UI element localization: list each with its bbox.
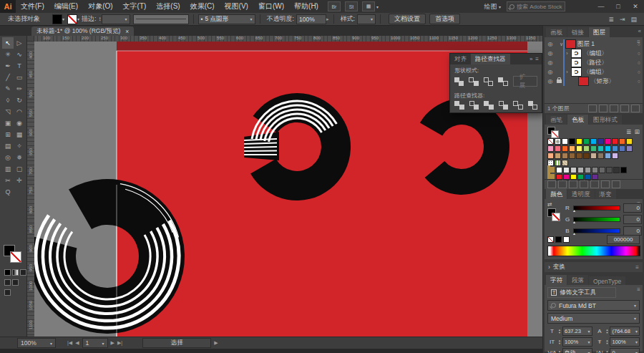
flip-fill-stroke-icon[interactable]: ⇄ — [547, 201, 552, 208]
kerning-stepper[interactable]: ▲▼ — [558, 350, 561, 353]
slider-value-input[interactable]: 0 — [623, 203, 642, 213]
brush-definition-select[interactable]: •5 点圆形 ▾ — [198, 14, 255, 24]
menu-视图[interactable]: 视图(V) — [220, 1, 253, 11]
swatch[interactable] — [556, 167, 562, 173]
visibility-eye-icon[interactable]: ◎ — [546, 50, 555, 57]
color-spectrum-bar[interactable] — [547, 246, 640, 256]
width-tool[interactable]: ◠ — [14, 106, 25, 117]
delete-swatch-icon[interactable] — [612, 180, 620, 188]
rotate-tool[interactable]: ↻ — [14, 95, 25, 106]
mesh-tool[interactable]: ▦ — [14, 129, 25, 140]
column-graph-tool[interactable]: ▥ — [2, 163, 14, 175]
close-button[interactable]: ✕ — [627, 0, 644, 13]
divide-icon[interactable] — [454, 101, 464, 110]
tab-pathfinder[interactable]: 路径查找器 — [471, 54, 510, 64]
black-swatch[interactable] — [555, 236, 562, 243]
artboard-navigation-select[interactable]: 1▾ — [82, 338, 108, 348]
touch-type-tool-button[interactable]: T 修饰文字工具 — [547, 287, 616, 298]
new-sublayer-icon[interactable] — [610, 105, 618, 112]
leading-input[interactable]: (764.68▾ — [610, 327, 640, 336]
swatch[interactable] — [605, 145, 611, 152]
panel-menu-icon[interactable]: ≡ — [535, 56, 539, 62]
locate-object-icon[interactable] — [588, 105, 597, 112]
swatch[interactable] — [626, 145, 633, 152]
swatch[interactable] — [612, 138, 618, 145]
workspace-switcher[interactable]: 绘图 ▾ — [484, 2, 501, 11]
last-artboard-icon[interactable]: ▶| — [117, 340, 122, 346]
swatch[interactable] — [569, 138, 575, 145]
target-circle-icon[interactable]: ○ — [638, 69, 640, 74]
opacity-input[interactable]: 100% — [296, 14, 326, 24]
target-circle-icon[interactable]: ○ — [638, 79, 640, 84]
menu-窗口[interactable]: 窗口(W) — [253, 1, 289, 11]
swatch[interactable] — [599, 167, 605, 173]
tracking-input[interactable]: 0▾ — [610, 348, 640, 353]
first-artboard-icon[interactable]: |◀ — [67, 340, 72, 346]
screen-mode-button[interactable] — [4, 289, 11, 296]
color-slider[interactable]: ▲ — [573, 228, 620, 233]
color-themes-icon[interactable] — [558, 180, 567, 188]
magic-wand-tool[interactable]: ✳ — [2, 49, 14, 60]
panel-menu-icon[interactable]: ≡ — [637, 286, 640, 293]
swatch[interactable] — [597, 145, 604, 152]
fill-color-swatch[interactable] — [52, 14, 62, 24]
font-size-stepper[interactable]: ▲▼ — [558, 329, 561, 334]
current-tool-indicator[interactable]: 选择 — [142, 338, 211, 348]
visibility-eye-icon[interactable]: ◎ — [546, 41, 555, 47]
horizontal-ruler[interactable]: 1001502002503003504004505005506006507007… — [34, 36, 542, 42]
layer-name[interactable]: 〈路径〉 — [583, 59, 608, 67]
color-slider[interactable]: ▲ — [573, 217, 620, 222]
chevron-down-icon[interactable]: ▾ — [376, 4, 379, 9]
collapse-panel-icon[interactable]: » — [530, 56, 532, 62]
swatch[interactable] — [619, 138, 625, 145]
kind-menu-icon[interactable] — [569, 180, 577, 188]
stroke-color-swatch[interactable] — [67, 14, 77, 24]
swatch[interactable] — [613, 167, 620, 173]
width-profile-select[interactable] — [133, 14, 189, 24]
panel-menu-icon[interactable]: ≡ — [635, 264, 639, 271]
rectangle-tool[interactable]: ▭ — [14, 72, 25, 83]
expand-button[interactable]: 扩展 — [513, 76, 537, 87]
layer-name[interactable]: 〈编组〉 — [583, 49, 608, 58]
delete-layer-icon[interactable] — [631, 105, 640, 112]
slider-handle[interactable]: ▲ — [572, 232, 576, 236]
swatch[interactable] — [612, 153, 618, 159]
font-style-select[interactable]: Medium ▾ — [547, 313, 640, 324]
layer-row[interactable]: ◎Ɔ〈路径〉○ — [545, 58, 643, 67]
minus-front-icon[interactable] — [469, 77, 478, 86]
swatch[interactable] — [605, 153, 611, 159]
menu-选择[interactable]: 选择(S) — [151, 1, 185, 11]
swatch[interactable] — [605, 138, 611, 145]
lasso-tool[interactable]: ∿ — [14, 49, 25, 60]
menu-文字[interactable]: 文字(T) — [118, 1, 152, 11]
layer-row[interactable]: ◎›Ɔ〈编组〉○ — [545, 49, 643, 58]
pattern-swatch[interactable] — [555, 160, 561, 166]
clip-mask-icon[interactable] — [599, 105, 608, 112]
swatch[interactable] — [583, 145, 590, 152]
draw-behind-icon[interactable] — [12, 279, 19, 286]
align-options-icon[interactable]: ≣ — [608, 16, 614, 23]
none-swatch[interactable] — [547, 138, 554, 145]
layer-row[interactable]: ◎›Ɔ〈编组〉○ — [545, 67, 643, 77]
merge-icon[interactable] — [484, 101, 494, 110]
slider-handle[interactable]: ▲ — [572, 209, 576, 213]
draw-normal-icon[interactable] — [4, 279, 11, 286]
status-menu-arrow-icon[interactable]: ▶ — [214, 340, 218, 346]
hand-tool[interactable]: ✛ — [14, 175, 25, 186]
prev-artboard-icon[interactable]: ◀ — [75, 340, 79, 346]
menu-帮助[interactable]: 帮助(H) — [289, 1, 323, 11]
swatch-options-icon[interactable] — [580, 180, 588, 188]
arrange-documents-icon[interactable]: ▦ — [362, 1, 375, 11]
intersect-icon[interactable] — [484, 77, 493, 86]
symbol-sprayer-tool[interactable]: ✵ — [14, 152, 25, 163]
zoom-level-select[interactable]: 100%▾ — [17, 338, 56, 348]
swatch[interactable] — [576, 153, 582, 159]
target-circle-icon[interactable]: ○ — [638, 42, 640, 47]
menu-效果[interactable]: 效果(C) — [185, 1, 220, 11]
swatch[interactable] — [555, 153, 561, 159]
layer-name[interactable]: 〈矩形〉 — [590, 77, 615, 86]
font-family-select[interactable]: Futura Md BT ▾ — [547, 300, 640, 311]
trim-icon[interactable] — [469, 101, 479, 110]
none-swatch[interactable] — [547, 236, 554, 243]
exclude-icon[interactable] — [498, 77, 507, 86]
